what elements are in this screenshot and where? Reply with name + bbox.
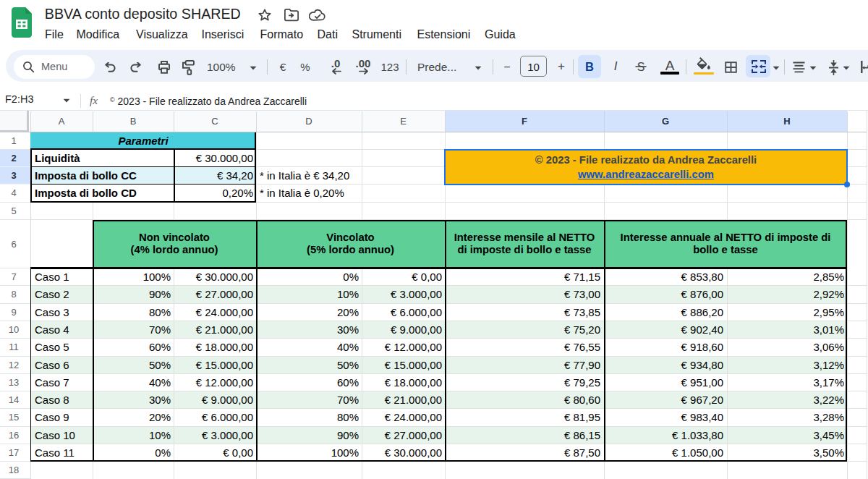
svg-text:fx: fx — [90, 94, 98, 106]
